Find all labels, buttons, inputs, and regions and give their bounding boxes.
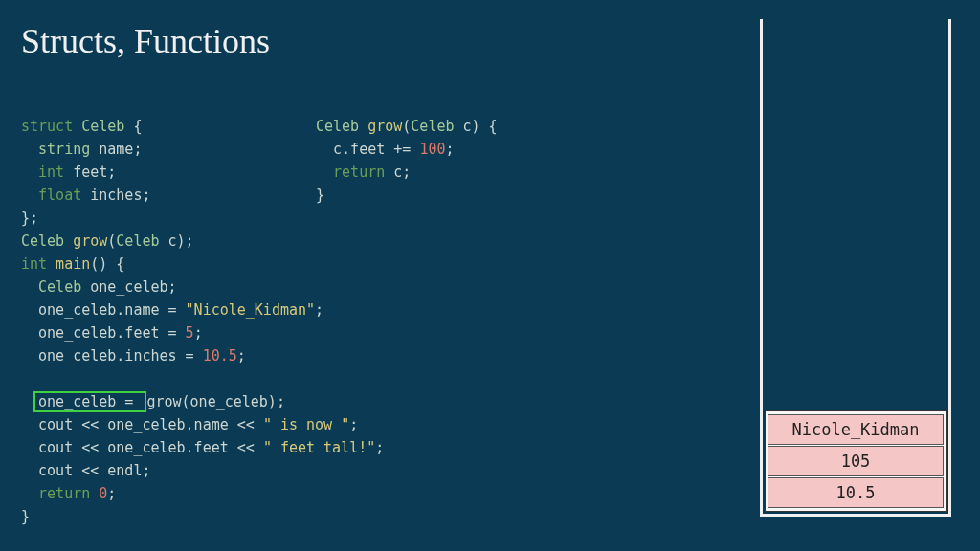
cell-feet: 105 — [768, 446, 944, 476]
slide-title: Structs, Functions — [21, 21, 270, 61]
cell-inches: 10.5 — [768, 477, 944, 508]
struct-instance: Nicole_Kidman 105 10.5 — [765, 410, 947, 512]
memory-stack: Nicole_Kidman 105 10.5 — [760, 19, 951, 517]
highlight-box: one_celeb = — [33, 391, 146, 412]
cell-name: Nicole_Kidman — [768, 414, 944, 445]
code-block-right: Celeb grow(Celeb c) { c.feet += 100; ret… — [316, 115, 498, 207]
